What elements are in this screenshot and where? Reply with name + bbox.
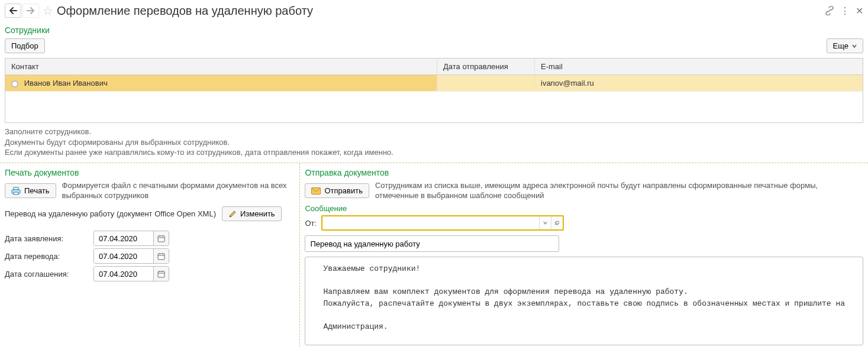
svg-rect-17 [556,222,559,224]
date-application-input[interactable] [94,232,153,245]
send-button[interactable]: Отправить [305,183,369,198]
th-date[interactable]: Дата отправления [437,59,535,75]
arrow-left-icon [9,7,17,14]
cell-email: ivanov@mail.ru [535,75,863,91]
print-button[interactable]: Печать [5,183,56,198]
from-dropdown-button[interactable] [539,216,551,229]
calendar-icon [157,252,165,260]
star-icon[interactable]: ☆ [43,4,53,18]
open-icon [555,220,559,226]
close-icon[interactable]: ✕ [856,5,863,17]
print-heading: Печать документов [5,164,295,179]
link-icon[interactable] [825,6,834,15]
cell-contact: Иванов Иван Иванович [24,79,108,88]
send-heading: Отправка документов [305,164,863,179]
nav-back-button[interactable] [5,4,21,18]
date-agreement-cal-button[interactable] [153,266,169,281]
printer-icon [11,187,21,195]
calendar-icon [157,235,165,242]
date-agreement-label: Дата соглашения: [5,270,88,278]
status-dot-icon [11,80,18,88]
message-heading: Сообщение [305,204,863,213]
kebab-menu-icon[interactable]: ⋮ [840,5,850,17]
nav-forward-button[interactable] [22,4,39,18]
date-transfer-label: Дата перевода: [5,252,88,261]
chevron-down-icon [852,44,857,48]
date-transfer-cal-button[interactable] [153,248,169,264]
change-template-button[interactable]: Изменить [222,206,282,221]
from-label: От: [305,219,317,228]
chevron-down-icon [543,221,547,225]
print-hint: Формируется файл с печатными формами док… [62,181,295,201]
svg-rect-0 [14,187,18,190]
template-label: Перевод на удаленную работу (документ Of… [5,209,216,218]
message-body[interactable]: Уважаемые сотрудники! Направляем вам ком… [305,257,863,345]
svg-rect-15 [312,187,321,194]
calendar-icon [157,270,165,278]
pencil-icon [228,210,237,218]
th-email[interactable]: E-mail [535,59,863,75]
subject-input[interactable] [305,235,559,252]
hints-text: Заполните сотрудников. Документы будут с… [0,123,868,163]
page-title: Оформление переводов на удаленную работу [57,4,313,18]
cell-date [437,75,535,91]
send-hint: Сотрудникам из списка выше, имеющим адре… [375,181,863,201]
select-button[interactable]: Подбор [5,38,45,53]
employees-table: Контакт Дата отправления E-mail Иванов И… [5,58,863,123]
svg-rect-11 [158,271,164,277]
svg-rect-2 [14,192,18,195]
svg-rect-3 [158,236,164,242]
date-transfer-input[interactable] [94,250,153,263]
date-agreement-input[interactable] [94,268,153,280]
mail-icon [311,187,321,195]
date-application-cal-button[interactable] [153,231,169,246]
employees-heading: Сотрудники [0,22,868,36]
table-row[interactable]: Иванов Иван Иванович ivanov@mail.ru [5,75,863,92]
from-input[interactable] [322,216,539,229]
more-button[interactable]: Еще [827,38,863,53]
th-contact[interactable]: Контакт [5,59,437,75]
from-open-button[interactable] [551,216,563,229]
date-application-label: Дата заявления: [5,234,88,243]
arrow-right-icon [27,7,35,14]
svg-rect-7 [158,254,164,260]
